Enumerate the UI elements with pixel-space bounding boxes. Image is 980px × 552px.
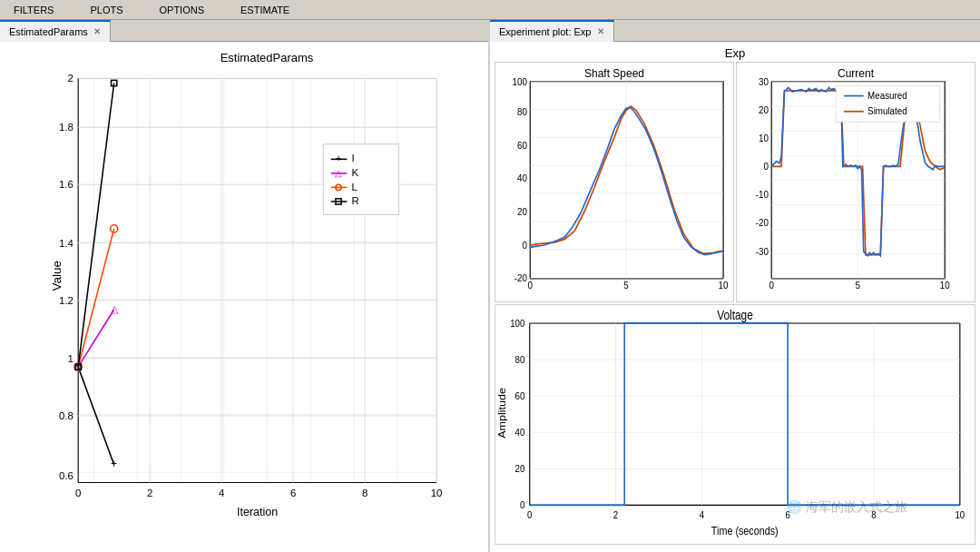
menu-filters[interactable]: FILTERS — [9, 3, 58, 17]
svg-text:Shaft Speed: Shaft Speed — [584, 67, 644, 80]
svg-text:0: 0 — [769, 281, 774, 291]
svg-text:8: 8 — [362, 488, 368, 498]
svg-text:20: 20 — [759, 105, 769, 115]
svg-text:80: 80 — [515, 353, 525, 365]
svg-text:Voltage: Voltage — [717, 308, 753, 322]
svg-text:1.2: 1.2 — [59, 295, 74, 306]
svg-text:0: 0 — [522, 240, 527, 250]
svg-text:10: 10 — [759, 133, 769, 143]
svg-text:1: 1 — [68, 353, 74, 364]
svg-text:2: 2 — [147, 488, 152, 498]
estimated-params-tab[interactable]: EstimatedParams ✕ — [0, 20, 111, 42]
svg-text:K: K — [352, 167, 359, 178]
svg-text:100: 100 — [510, 317, 524, 329]
svg-text:20: 20 — [515, 462, 525, 474]
svg-text:5: 5 — [855, 281, 860, 291]
svg-text:Current: Current — [838, 67, 875, 80]
svg-text:100: 100 — [513, 77, 528, 87]
svg-text:-30: -30 — [756, 246, 769, 256]
exp-title: Exp — [495, 46, 975, 60]
svg-text:40: 40 — [515, 426, 525, 438]
menu-options[interactable]: OPTIONS — [155, 3, 210, 17]
svg-text:4: 4 — [219, 488, 224, 498]
plots-grid: Shaft Speed — [495, 62, 975, 545]
right-tab-bar: Experiment plot: Exp ✕ — [490, 20, 980, 42]
right-tab-close-icon[interactable]: ✕ — [597, 26, 604, 36]
left-tab-bar: EstimatedParams ✕ — [0, 20, 488, 42]
svg-text:60: 60 — [517, 141, 527, 151]
shaft-speed-plot: Shaft Speed — [495, 62, 734, 302]
svg-text:40: 40 — [517, 173, 527, 183]
voltage-plot: Voltage — [495, 304, 975, 545]
svg-text:+: + — [111, 458, 117, 470]
svg-text:6: 6 — [290, 488, 296, 498]
right-tab-label: Experiment plot: Exp — [499, 26, 592, 37]
close-icon[interactable]: ✕ — [93, 26, 101, 36]
svg-text:4: 4 — [700, 509, 705, 521]
svg-text:-20: -20 — [756, 217, 769, 227]
svg-text:10: 10 — [431, 488, 443, 498]
svg-text:+: + — [336, 153, 342, 163]
right-panel: Experiment plot: Exp ✕ Exp Shaft Speed — [490, 20, 980, 552]
svg-text:8: 8 — [871, 509, 877, 521]
svg-text:R: R — [352, 195, 359, 206]
svg-text:Measured: Measured — [867, 91, 907, 101]
svg-text:20: 20 — [517, 207, 527, 217]
svg-text:I: I — [352, 153, 355, 163]
menu-estimate[interactable]: ESTIMATE — [236, 3, 294, 17]
svg-text:10: 10 — [940, 281, 950, 291]
svg-text:△: △ — [335, 168, 342, 178]
svg-text:-10: -10 — [756, 189, 769, 199]
svg-text:0.6: 0.6 — [59, 470, 74, 481]
svg-text:0: 0 — [527, 509, 533, 521]
svg-text:6: 6 — [785, 509, 790, 521]
left-chart-area: EstimatedParams Value 0 2 — [0, 42, 488, 552]
top-menu-bar: FILTERS PLOTS OPTIONS ESTIMATE — [0, 0, 980, 20]
menu-plots[interactable]: PLOTS — [85, 3, 127, 17]
main-container: EstimatedParams ✕ EstimatedParams Value — [0, 20, 980, 552]
svg-text:5: 5 — [623, 281, 629, 291]
svg-text:Iteration: Iteration — [237, 506, 278, 518]
svg-text:30: 30 — [759, 77, 769, 87]
right-chart-area: Exp Shaft Speed — [490, 42, 980, 552]
experiment-plot-tab[interactable]: Experiment plot: Exp ✕ — [490, 20, 614, 42]
svg-text:0: 0 — [763, 162, 769, 172]
svg-text:2: 2 — [613, 509, 619, 521]
svg-text:0: 0 — [527, 281, 533, 291]
svg-text:1.4: 1.4 — [59, 238, 74, 249]
svg-text:-20: -20 — [514, 273, 528, 283]
svg-text:0: 0 — [520, 498, 525, 510]
estimated-params-chart: Value 0 2 4 6 8 10 2 1.8 — [50, 69, 484, 529]
tab-label: EstimatedParams — [9, 26, 88, 37]
svg-rect-113 — [530, 323, 960, 505]
svg-text:60: 60 — [515, 389, 525, 401]
svg-text:Amplitude: Amplitude — [496, 388, 507, 439]
svg-text:Time (seconds): Time (seconds) — [711, 524, 779, 537]
svg-text:10: 10 — [955, 509, 965, 521]
svg-text:Value: Value — [50, 261, 64, 291]
svg-text:△: △ — [111, 303, 119, 314]
svg-text:2: 2 — [68, 74, 74, 84]
svg-text:1.8: 1.8 — [59, 122, 74, 133]
svg-text:Simulated: Simulated — [867, 106, 907, 116]
svg-text:80: 80 — [517, 107, 527, 117]
svg-rect-2 — [78, 78, 436, 482]
svg-text:L: L — [352, 182, 358, 192]
current-plot: Current — [736, 62, 975, 302]
svg-text:0: 0 — [75, 488, 81, 498]
svg-text:1.6: 1.6 — [59, 179, 74, 190]
svg-text:0.8: 0.8 — [59, 410, 74, 421]
svg-text:10: 10 — [719, 281, 729, 291]
left-panel: EstimatedParams ✕ EstimatedParams Value — [0, 20, 490, 552]
left-chart-title: EstimatedParams — [50, 51, 484, 64]
